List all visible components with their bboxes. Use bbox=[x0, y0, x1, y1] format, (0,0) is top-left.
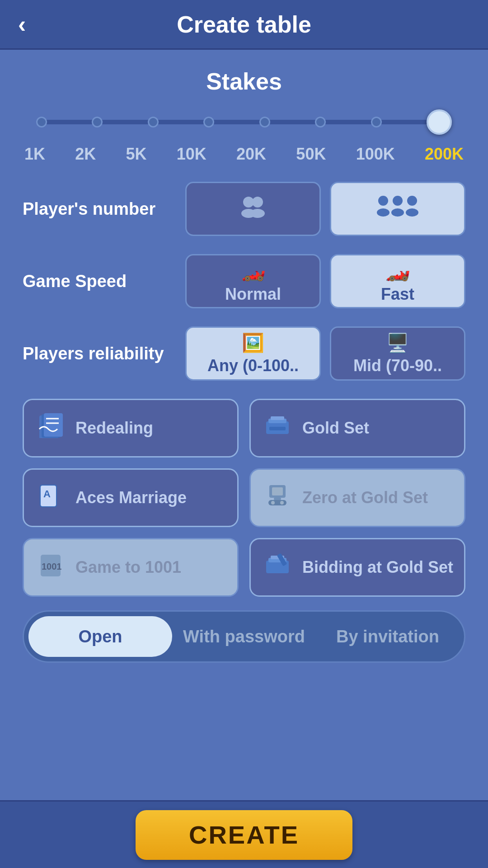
stake-2k[interactable]: 2K bbox=[75, 145, 96, 164]
stakes-label: Stakes bbox=[23, 68, 465, 95]
slider-dot-50k bbox=[315, 117, 326, 127]
svg-rect-17 bbox=[271, 416, 284, 420]
stake-100k[interactable]: 100K bbox=[356, 145, 395, 164]
two-players-icon bbox=[237, 195, 269, 222]
players-reliability-row: Players reliability 🖼️ Any (0-100.. 🖥️ M… bbox=[23, 326, 465, 381]
zero-at-gold-set-toggle[interactable]: Zero at Gold Set bbox=[249, 468, 465, 527]
svg-rect-18 bbox=[269, 427, 286, 430]
slider-dot-20k bbox=[259, 117, 270, 127]
gold-set-icon bbox=[262, 413, 293, 443]
slider-dot-1k bbox=[36, 117, 47, 127]
gold-set-text: Gold Set bbox=[302, 419, 369, 438]
svg-point-5 bbox=[393, 196, 403, 206]
three-players-icon bbox=[375, 194, 420, 224]
svg-rect-23 bbox=[272, 487, 283, 495]
any-reliability-icon: 🖼️ bbox=[242, 332, 264, 354]
slider-dot-100k bbox=[371, 117, 382, 127]
slider-dot-200k bbox=[427, 109, 452, 135]
mid-reliability-text: Mid (70-90.. bbox=[353, 356, 442, 375]
normal-speed-text: Normal bbox=[225, 285, 281, 304]
players-reliability-options: 🖼️ Any (0-100.. 🖥️ Mid (70-90.. bbox=[185, 326, 465, 381]
fast-speed-button[interactable]: 🏎️ Fast bbox=[330, 254, 465, 308]
svg-point-4 bbox=[378, 196, 388, 206]
svg-point-27 bbox=[280, 501, 284, 505]
aces-marriage-icon: A bbox=[35, 483, 66, 513]
game-to-1001-toggle[interactable]: 1001 Game to 1001 bbox=[23, 538, 239, 597]
slider-dot-2k bbox=[92, 117, 103, 127]
game-speed-row: Game Speed 🏎️ Normal 🏎️ Fast bbox=[23, 254, 465, 308]
any-reliability-button[interactable]: 🖼️ Any (0-100.. bbox=[185, 326, 321, 381]
players-number-label: Player's number bbox=[23, 199, 185, 219]
any-reliability-text: Any (0-100.. bbox=[207, 356, 299, 375]
svg-point-7 bbox=[377, 208, 389, 217]
game-to-1001-icon: 1001 bbox=[35, 552, 66, 583]
mid-reliability-button[interactable]: 🖥️ Mid (70-90.. bbox=[330, 326, 465, 381]
slider-dots bbox=[36, 109, 452, 135]
svg-rect-12 bbox=[44, 413, 63, 437]
game-speed-options: 🏎️ Normal 🏎️ Fast bbox=[185, 254, 465, 308]
stake-10k[interactable]: 10K bbox=[177, 145, 206, 164]
slider-dot-10k bbox=[203, 117, 214, 127]
stake-200k[interactable]: 200K bbox=[425, 145, 464, 164]
stake-5k[interactable]: 5K bbox=[126, 145, 147, 164]
fast-speed-text: Fast bbox=[381, 285, 414, 304]
normal-speed-icon: 🏎️ bbox=[241, 259, 266, 282]
redealing-icon bbox=[35, 413, 66, 443]
svg-point-6 bbox=[407, 196, 417, 206]
svg-point-9 bbox=[406, 208, 418, 217]
bidding-at-gold-set-text: Bidding at Gold Set bbox=[302, 558, 453, 577]
svg-point-3 bbox=[250, 209, 265, 218]
zero-at-gold-set-icon bbox=[262, 483, 293, 513]
page-title: Create table bbox=[177, 11, 311, 38]
stakes-slider[interactable] bbox=[36, 108, 452, 136]
stake-1k[interactable]: 1K bbox=[24, 145, 45, 164]
normal-speed-button[interactable]: 🏎️ Normal bbox=[185, 254, 321, 308]
by-invitation-button[interactable]: By invitation bbox=[316, 616, 460, 657]
game-speed-label: Game Speed bbox=[23, 272, 185, 291]
three-players-button[interactable] bbox=[330, 182, 465, 236]
stake-20k[interactable]: 20K bbox=[236, 145, 266, 164]
open-access-button[interactable]: Open bbox=[28, 616, 172, 657]
svg-point-1 bbox=[252, 197, 263, 208]
aces-marriage-toggle[interactable]: A Aces Marriage bbox=[23, 468, 239, 527]
footer: CREATE bbox=[0, 800, 488, 868]
two-players-button[interactable] bbox=[185, 182, 321, 236]
toggle-options-grid: Redealing Gold Set A Aces bbox=[23, 399, 465, 597]
back-button[interactable]: ‹ bbox=[18, 11, 26, 38]
access-row: Open With password By invitation bbox=[23, 610, 465, 663]
players-number-options bbox=[185, 182, 465, 236]
header: ‹ Create table bbox=[0, 0, 488, 50]
slider-labels: 1K 2K 5K 10K 20K 50K 100K 200K bbox=[23, 145, 465, 164]
create-button[interactable]: CREATE bbox=[136, 810, 352, 860]
svg-point-8 bbox=[391, 208, 404, 217]
with-password-button[interactable]: With password bbox=[172, 616, 316, 657]
svg-text:A: A bbox=[43, 488, 51, 500]
gold-set-toggle[interactable]: Gold Set bbox=[249, 399, 465, 458]
svg-point-26 bbox=[271, 501, 275, 505]
bidding-at-gold-set-icon bbox=[262, 552, 293, 583]
redealing-text: Redealing bbox=[75, 419, 153, 438]
slider-dot-5k bbox=[148, 117, 159, 127]
fast-speed-icon: 🏎️ bbox=[385, 259, 410, 282]
game-to-1001-text: Game to 1001 bbox=[75, 558, 181, 577]
aces-marriage-text: Aces Marriage bbox=[75, 488, 187, 507]
bidding-at-gold-set-toggle[interactable]: Bidding at Gold Set bbox=[249, 538, 465, 597]
svg-rect-24 bbox=[274, 498, 281, 500]
players-number-row: Player's number bbox=[23, 182, 465, 236]
redealing-toggle[interactable]: Redealing bbox=[23, 399, 239, 458]
players-reliability-label: Players reliability bbox=[23, 344, 185, 363]
stake-50k[interactable]: 50K bbox=[296, 145, 326, 164]
mid-reliability-icon: 🖥️ bbox=[386, 332, 409, 354]
main-content: Stakes 1K 2K 5K 10K 20K 50K 100K 200K Pl… bbox=[0, 50, 488, 800]
svg-text:1001: 1001 bbox=[42, 561, 62, 571]
zero-at-gold-set-text: Zero at Gold Set bbox=[302, 488, 428, 507]
